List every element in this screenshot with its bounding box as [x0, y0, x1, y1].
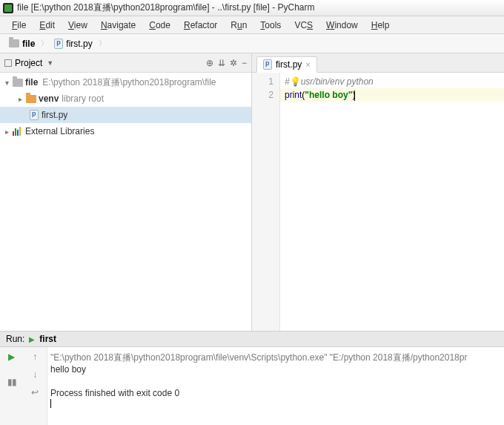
- expand-toggle[interactable]: ▾: [1, 79, 12, 87]
- console-caret: [50, 399, 55, 408]
- expand-toggle[interactable]: ▸: [15, 95, 25, 103]
- text-caret: [354, 90, 355, 101]
- menu-view[interactable]: View: [62, 19, 93, 32]
- line-gutter: 1 2: [252, 73, 280, 331]
- chevron-right-icon: 〉: [41, 39, 48, 49]
- gutter-line: 1: [252, 75, 279, 88]
- run-config-icon: ▶: [29, 335, 35, 343]
- breadcrumb-folder[interactable]: file: [6, 37, 38, 50]
- folder-icon: [9, 39, 19, 47]
- editor-tab-label: first.py: [276, 59, 302, 70]
- project-tree[interactable]: ▾ file E:\python 2018直播\python2018progra…: [0, 73, 251, 331]
- window-title: file [E:\python 2018直播\python2018program…: [17, 1, 315, 14]
- main-menu-bar: File Edit View Navigate Code Refactor Ru…: [0, 16, 504, 34]
- run-console-output[interactable]: "E:\python 2018直播\python2018program\file…: [47, 347, 504, 425]
- menu-tools[interactable]: Tools: [254, 19, 287, 32]
- breadcrumb-file[interactable]: first.py: [51, 37, 95, 50]
- pause-button[interactable]: ▮▮: [7, 377, 16, 387]
- menu-window[interactable]: Window: [320, 19, 364, 32]
- up-stack-button[interactable]: ↑: [33, 352, 37, 362]
- python-file-icon: [30, 110, 39, 120]
- library-folder-icon: [26, 95, 36, 103]
- tree-venv-note: library root: [62, 93, 104, 104]
- chevron-right-icon: 〉: [99, 39, 106, 49]
- breadcrumb-folder-label: file: [22, 39, 35, 49]
- settings-gear-icon[interactable]: ✲: [230, 58, 237, 68]
- python-file-icon: [54, 39, 63, 49]
- run-tool-window: ▶ ▮▮ ↑ ↓ ↩ "E:\python 2018直播\python2018p…: [0, 347, 504, 425]
- main-split: Project ▼ ⊕ ⇊ ✲ − ▾ file E:\python 2018直…: [0, 53, 504, 331]
- tree-file-first[interactable]: first.py: [0, 107, 251, 123]
- app-icon: [3, 3, 13, 13]
- tree-file-label: first.py: [42, 110, 67, 120]
- menu-edit[interactable]: Edit: [33, 19, 61, 32]
- menu-code[interactable]: Code: [143, 19, 176, 32]
- down-stack-button[interactable]: ↓: [33, 369, 37, 380]
- code-line-1[interactable]: #💡usr/bin/env python: [280, 75, 504, 88]
- run-stdout-line: hello boy: [50, 363, 501, 375]
- locate-icon[interactable]: ⊕: [206, 58, 213, 68]
- soft-wrap-button[interactable]: ↩: [31, 387, 39, 398]
- tree-venv-name: venv: [39, 93, 59, 104]
- tree-root[interactable]: ▾ file E:\python 2018直播\python2018progra…: [0, 74, 251, 90]
- breadcrumb-file-label: first.py: [66, 39, 92, 49]
- hide-panel-icon[interactable]: −: [242, 58, 247, 68]
- tree-root-path: E:\python 2018直播\python2018program\file: [42, 76, 216, 89]
- project-tool-window: Project ▼ ⊕ ⇊ ✲ − ▾ file E:\python 2018直…: [0, 53, 252, 331]
- python-file-icon: [263, 59, 272, 70]
- run-side-toolbar: ▶ ▮▮ ↑ ↓ ↩: [0, 347, 47, 425]
- tree-external-libraries[interactable]: ▸ External Libraries: [0, 123, 251, 139]
- run-tool-header[interactable]: Run: ▶ first: [0, 331, 504, 347]
- menu-refactor[interactable]: Refactor: [178, 19, 223, 32]
- run-cmd-line: "E:\python 2018直播\python2018program\file…: [50, 352, 501, 363]
- code-area[interactable]: #💡usr/bin/env python print("hello boy"): [280, 73, 504, 331]
- run-exit-line: Process finished with exit code 0: [50, 387, 501, 399]
- expand-toggle[interactable]: ▸: [1, 128, 12, 136]
- project-view-dropdown[interactable]: ▼: [47, 59, 53, 67]
- editor-tab-bar: first.py ×: [252, 53, 504, 73]
- editor-panel: first.py × 1 2 #💡usr/bin/env python prin…: [252, 53, 504, 331]
- editor-tab-first[interactable]: first.py ×: [256, 56, 317, 73]
- menu-file[interactable]: File: [6, 19, 32, 32]
- run-cursor-line: [50, 399, 501, 411]
- rerun-button[interactable]: ▶: [8, 352, 15, 362]
- close-tab-icon[interactable]: ×: [305, 60, 310, 69]
- run-config-name: first: [39, 334, 56, 344]
- code-editor[interactable]: 1 2 #💡usr/bin/env python print("hello bo…: [252, 73, 504, 331]
- menu-run[interactable]: Run: [225, 19, 253, 32]
- project-view-icon: [4, 59, 12, 67]
- code-line-2[interactable]: print("hello boy"): [280, 88, 504, 102]
- menu-help[interactable]: Help: [365, 19, 396, 32]
- lightbulb-icon[interactable]: 💡: [290, 76, 301, 87]
- gutter-line: 2: [252, 88, 279, 102]
- collapse-all-icon[interactable]: ⇊: [218, 58, 225, 68]
- tree-root-name: file: [25, 77, 38, 88]
- run-label: Run:: [6, 334, 24, 344]
- external-libraries-icon: [13, 127, 23, 136]
- project-panel-label: Project: [15, 58, 42, 68]
- menu-navigate[interactable]: Navigate: [95, 19, 142, 32]
- breadcrumb-bar: file 〉 first.py 〉: [0, 34, 504, 53]
- run-blank-line: [50, 375, 501, 387]
- folder-icon: [13, 79, 23, 87]
- tree-extlib-label: External Libraries: [25, 126, 94, 136]
- tree-venv[interactable]: ▸ venv library root: [0, 90, 251, 107]
- menu-vcs[interactable]: VCS: [288, 19, 319, 32]
- window-title-bar: file [E:\python 2018直播\python2018program…: [0, 0, 504, 16]
- project-panel-header: Project ▼ ⊕ ⇊ ✲ −: [0, 53, 251, 73]
